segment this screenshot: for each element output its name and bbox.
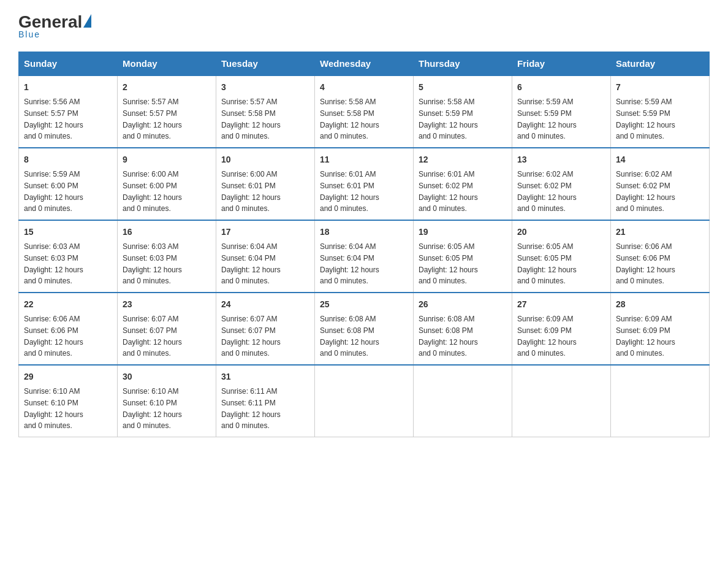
calendar-day-cell: 6 Sunrise: 5:59 AMSunset: 5:59 PMDayligh… <box>512 75 611 148</box>
day-info: Sunrise: 6:11 AMSunset: 6:11 PMDaylight:… <box>221 387 281 430</box>
calendar-day-cell: 30 Sunrise: 6:10 AMSunset: 6:10 PMDaylig… <box>118 365 216 437</box>
day-info: Sunrise: 5:57 AMSunset: 5:58 PMDaylight:… <box>221 98 281 140</box>
day-number: 3 <box>221 81 309 94</box>
day-info: Sunrise: 5:58 AMSunset: 5:58 PMDaylight:… <box>320 98 379 140</box>
calendar-day-cell: 21 Sunrise: 6:06 AMSunset: 6:06 PMDaylig… <box>611 220 710 293</box>
calendar-day-cell: 8 Sunrise: 5:59 AMSunset: 6:00 PMDayligh… <box>19 148 118 220</box>
calendar-day-cell: 26 Sunrise: 6:08 AMSunset: 6:08 PMDaylig… <box>414 293 512 365</box>
day-number: 14 <box>616 153 704 166</box>
day-number: 1 <box>24 81 112 94</box>
day-info: Sunrise: 6:01 AMSunset: 6:01 PMDaylight:… <box>320 170 379 213</box>
logo-blue-label: Blue <box>18 29 40 39</box>
column-header-saturday: Saturday <box>611 52 710 76</box>
day-info: Sunrise: 6:05 AMSunset: 6:05 PMDaylight:… <box>517 242 577 285</box>
calendar-day-cell: 15 Sunrise: 6:03 AMSunset: 6:03 PMDaylig… <box>19 220 118 293</box>
day-info: Sunrise: 6:01 AMSunset: 6:02 PMDaylight:… <box>419 170 478 213</box>
day-info: Sunrise: 6:00 AMSunset: 6:01 PMDaylight:… <box>221 170 281 213</box>
day-number: 12 <box>419 153 507 166</box>
calendar-day-cell: 9 Sunrise: 6:00 AMSunset: 6:00 PMDayligh… <box>118 148 216 220</box>
day-number: 30 <box>123 370 211 383</box>
calendar-week-row: 8 Sunrise: 5:59 AMSunset: 6:00 PMDayligh… <box>19 148 710 220</box>
calendar-day-cell: 31 Sunrise: 6:11 AMSunset: 6:11 PMDaylig… <box>216 365 315 437</box>
calendar-day-cell: 17 Sunrise: 6:04 AMSunset: 6:04 PMDaylig… <box>216 220 315 293</box>
day-number: 22 <box>24 298 112 311</box>
day-info: Sunrise: 6:03 AMSunset: 6:03 PMDaylight:… <box>123 242 182 285</box>
calendar-week-row: 1 Sunrise: 5:56 AMSunset: 5:57 PMDayligh… <box>19 75 710 148</box>
day-number: 21 <box>616 226 704 239</box>
day-number: 15 <box>24 226 112 239</box>
calendar-table: SundayMondayTuesdayWednesdayThursdayFrid… <box>18 52 710 437</box>
calendar-day-cell: 28 Sunrise: 6:09 AMSunset: 6:09 PMDaylig… <box>611 293 710 365</box>
logo-triangle-icon <box>83 14 91 28</box>
page-header: General Blue <box>18 12 710 39</box>
calendar-day-cell: 19 Sunrise: 6:05 AMSunset: 6:05 PMDaylig… <box>414 220 512 293</box>
calendar-day-cell <box>512 365 611 437</box>
day-number: 7 <box>616 81 704 94</box>
day-info: Sunrise: 6:04 AMSunset: 6:04 PMDaylight:… <box>320 242 379 285</box>
day-number: 9 <box>123 153 211 166</box>
calendar-day-cell: 1 Sunrise: 5:56 AMSunset: 5:57 PMDayligh… <box>19 75 118 148</box>
day-info: Sunrise: 6:00 AMSunset: 6:00 PMDaylight:… <box>123 170 182 213</box>
calendar-day-cell <box>611 365 710 437</box>
calendar-day-cell: 24 Sunrise: 6:07 AMSunset: 6:07 PMDaylig… <box>216 293 315 365</box>
calendar-week-row: 22 Sunrise: 6:06 AMSunset: 6:06 PMDaylig… <box>19 293 710 365</box>
day-info: Sunrise: 5:59 AMSunset: 5:59 PMDaylight:… <box>616 98 675 140</box>
calendar-day-cell: 13 Sunrise: 6:02 AMSunset: 6:02 PMDaylig… <box>512 148 611 220</box>
calendar-day-cell: 23 Sunrise: 6:07 AMSunset: 6:07 PMDaylig… <box>118 293 216 365</box>
day-number: 18 <box>320 226 408 239</box>
day-number: 17 <box>221 226 309 239</box>
day-number: 6 <box>517 81 605 94</box>
day-info: Sunrise: 6:04 AMSunset: 6:04 PMDaylight:… <box>221 242 281 285</box>
calendar-day-cell: 16 Sunrise: 6:03 AMSunset: 6:03 PMDaylig… <box>118 220 216 293</box>
day-number: 29 <box>24 370 112 383</box>
logo: General Blue <box>18 12 93 39</box>
calendar-day-cell: 20 Sunrise: 6:05 AMSunset: 6:05 PMDaylig… <box>512 220 611 293</box>
day-number: 23 <box>123 298 211 311</box>
day-info: Sunrise: 6:06 AMSunset: 6:06 PMDaylight:… <box>616 242 675 285</box>
day-number: 28 <box>616 298 704 311</box>
column-header-sunday: Sunday <box>19 52 118 76</box>
calendar-day-cell: 3 Sunrise: 5:57 AMSunset: 5:58 PMDayligh… <box>216 75 315 148</box>
day-number: 20 <box>517 226 605 239</box>
calendar-day-cell: 18 Sunrise: 6:04 AMSunset: 6:04 PMDaylig… <box>315 220 414 293</box>
day-number: 10 <box>221 153 309 166</box>
day-number: 4 <box>320 81 408 94</box>
calendar-header-row: SundayMondayTuesdayWednesdayThursdayFrid… <box>19 52 710 76</box>
day-number: 25 <box>320 298 408 311</box>
calendar-day-cell: 25 Sunrise: 6:08 AMSunset: 6:08 PMDaylig… <box>315 293 414 365</box>
day-info: Sunrise: 5:59 AMSunset: 6:00 PMDaylight:… <box>24 170 83 213</box>
day-number: 19 <box>419 226 507 239</box>
day-info: Sunrise: 6:09 AMSunset: 6:09 PMDaylight:… <box>616 315 675 358</box>
day-number: 27 <box>517 298 605 311</box>
column-header-monday: Monday <box>118 52 216 76</box>
day-number: 5 <box>419 81 507 94</box>
calendar-day-cell: 22 Sunrise: 6:06 AMSunset: 6:06 PMDaylig… <box>19 293 118 365</box>
day-number: 11 <box>320 153 408 166</box>
day-info: Sunrise: 6:08 AMSunset: 6:08 PMDaylight:… <box>320 315 379 358</box>
day-info: Sunrise: 6:02 AMSunset: 6:02 PMDaylight:… <box>517 170 577 213</box>
day-info: Sunrise: 6:08 AMSunset: 6:08 PMDaylight:… <box>419 315 478 358</box>
calendar-body: 1 Sunrise: 5:56 AMSunset: 5:57 PMDayligh… <box>19 75 710 437</box>
calendar-day-cell: 10 Sunrise: 6:00 AMSunset: 6:01 PMDaylig… <box>216 148 315 220</box>
day-info: Sunrise: 6:06 AMSunset: 6:06 PMDaylight:… <box>24 315 83 358</box>
calendar-day-cell <box>315 365 414 437</box>
calendar-day-cell: 29 Sunrise: 6:10 AMSunset: 6:10 PMDaylig… <box>19 365 118 437</box>
day-info: Sunrise: 6:05 AMSunset: 6:05 PMDaylight:… <box>419 242 478 285</box>
day-number: 24 <box>221 298 309 311</box>
day-number: 13 <box>517 153 605 166</box>
day-info: Sunrise: 6:10 AMSunset: 6:10 PMDaylight:… <box>24 387 83 430</box>
day-number: 8 <box>24 153 112 166</box>
calendar-day-cell: 14 Sunrise: 6:02 AMSunset: 6:02 PMDaylig… <box>611 148 710 220</box>
day-info: Sunrise: 5:56 AMSunset: 5:57 PMDaylight:… <box>24 98 83 140</box>
column-header-wednesday: Wednesday <box>315 52 414 76</box>
calendar-day-cell <box>414 365 512 437</box>
day-number: 16 <box>123 226 211 239</box>
day-info: Sunrise: 6:07 AMSunset: 6:07 PMDaylight:… <box>123 315 182 358</box>
calendar-day-cell: 2 Sunrise: 5:57 AMSunset: 5:57 PMDayligh… <box>118 75 216 148</box>
calendar-week-row: 29 Sunrise: 6:10 AMSunset: 6:10 PMDaylig… <box>19 365 710 437</box>
day-info: Sunrise: 6:10 AMSunset: 6:10 PMDaylight:… <box>123 387 182 430</box>
day-info: Sunrise: 6:07 AMSunset: 6:07 PMDaylight:… <box>221 315 281 358</box>
day-number: 31 <box>221 370 309 383</box>
day-info: Sunrise: 5:59 AMSunset: 5:59 PMDaylight:… <box>517 98 577 140</box>
calendar-day-cell: 5 Sunrise: 5:58 AMSunset: 5:59 PMDayligh… <box>414 75 512 148</box>
